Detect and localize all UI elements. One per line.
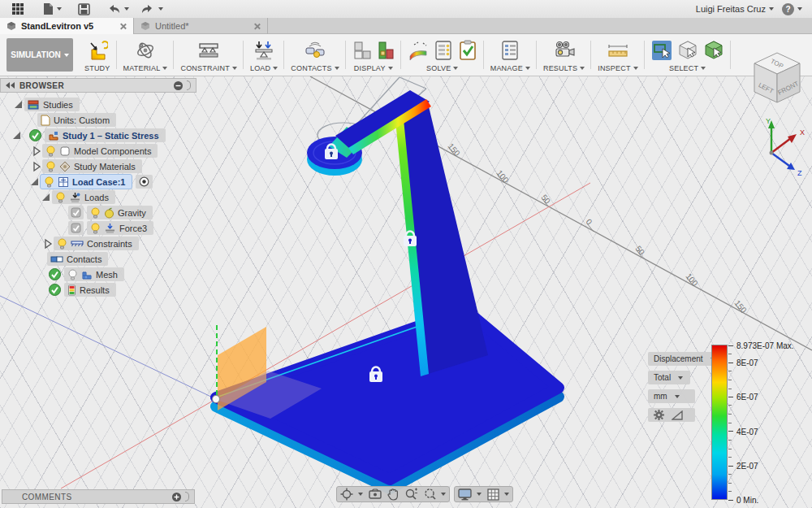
tab-close-icon[interactable]: [119, 23, 127, 30]
tree-item-label[interactable]: Gravity: [118, 208, 146, 218]
orbit-tool[interactable]: [340, 488, 363, 501]
visibility-bulb-icon[interactable]: [55, 192, 66, 203]
help-menu[interactable]: ?: [782, 3, 802, 15]
group-label[interactable]: RESULTS: [543, 64, 577, 72]
expand-comments-icon[interactable]: [171, 492, 182, 502]
view-cube[interactable]: TOP LEFT FRONT: [741, 41, 812, 114]
3d-viewport[interactable]: 150 100 50 0 50 100 150: [0, 76, 812, 508]
help-icon[interactable]: ?: [782, 3, 794, 15]
visibility-bulb-icon[interactable]: [57, 238, 67, 250]
solve-details-icon[interactable]: [458, 40, 477, 61]
select-priority-icon[interactable]: [703, 40, 724, 61]
browser-header[interactable]: BROWSER: [0, 78, 197, 93]
constraint-icon[interactable]: [197, 40, 221, 61]
tree-item-gravity[interactable]: Gravity: [0, 205, 197, 220]
new-study-icon[interactable]: [87, 40, 108, 61]
tree-item-label[interactable]: Results: [80, 285, 110, 295]
zoom-window-tool[interactable]: [423, 488, 446, 501]
tree-item-label[interactable]: Study 1 – Static Stress: [63, 131, 159, 141]
file-menu-icon[interactable]: [42, 2, 62, 15]
origin-point[interactable]: [213, 396, 220, 403]
collapsed-icon[interactable]: [31, 161, 42, 172]
component-dropdown[interactable]: Total: [648, 371, 690, 384]
tree-item-label[interactable]: Load Case:1: [72, 177, 125, 187]
group-label[interactable]: LOAD: [250, 64, 270, 72]
group-label[interactable]: MANAGE: [490, 64, 523, 72]
manage-icon[interactable]: [500, 40, 520, 61]
force-checkbox[interactable]: [68, 221, 84, 235]
tree-item-label[interactable]: Model Components: [74, 146, 151, 156]
collapsed-icon[interactable]: [42, 238, 54, 250]
tree-item-force3[interactable]: Force3: [0, 220, 197, 236]
group-label[interactable]: CONSTRAINT: [180, 64, 230, 72]
tree-item-studies[interactable]: Studies: [0, 97, 197, 112]
group-label[interactable]: SELECT: [669, 64, 698, 72]
collapse-panel-icon[interactable]: [6, 82, 15, 89]
group-label[interactable]: INSPECT: [598, 64, 630, 72]
pan-tool[interactable]: [387, 488, 399, 501]
group-label[interactable]: CONTACTS: [291, 64, 331, 72]
save-icon[interactable]: [78, 3, 90, 15]
gravity-checkbox[interactable]: [68, 206, 84, 219]
look-at-tool[interactable]: [369, 488, 382, 500]
select-window-icon[interactable]: [651, 40, 672, 61]
results-icon[interactable]: [552, 40, 577, 61]
display-dof-icon[interactable]: [377, 40, 395, 61]
group-label[interactable]: SOLVE: [426, 64, 451, 72]
contacts-icon[interactable]: [303, 40, 327, 61]
tree-item-contacts[interactable]: Contacts: [0, 251, 197, 267]
visibility-bulb-icon[interactable]: [44, 176, 54, 188]
zoom-tool[interactable]: [404, 488, 417, 501]
collapsed-icon[interactable]: [31, 145, 42, 157]
group-label[interactable]: DISPLAY: [354, 64, 386, 72]
tree-item-study-materials[interactable]: Study Materials: [0, 158, 197, 174]
tree-item-label[interactable]: Constraints: [87, 239, 132, 249]
tree-item-model-components[interactable]: Model Components: [0, 143, 197, 158]
result-type-dropdown[interactable]: Displacement: [648, 352, 719, 366]
display-settings-tool[interactable]: [458, 488, 482, 501]
tree-item-units[interactable]: Units: Custom: [0, 112, 197, 128]
visibility-bulb-off-icon[interactable]: [67, 269, 78, 280]
tree-item-mesh[interactable]: Mesh: [0, 267, 197, 282]
tab-document-1[interactable]: StandLevitron v5: [0, 18, 134, 34]
legend-settings-icon[interactable]: [654, 410, 664, 420]
expanded-icon[interactable]: [11, 130, 23, 141]
expanded-icon[interactable]: [29, 176, 41, 188]
tree-item-load-case[interactable]: Load Case:1: [0, 174, 197, 189]
tree-item-label[interactable]: Studies: [43, 100, 73, 110]
visibility-bulb-icon[interactable]: [45, 161, 56, 172]
material-icon[interactable]: [135, 40, 156, 61]
solve-icon[interactable]: [434, 40, 453, 61]
active-load-case-radio[interactable]: [136, 175, 153, 189]
unit-dropdown[interactable]: mm: [648, 389, 695, 403]
grid-settings-tool[interactable]: [487, 488, 509, 501]
precheck-icon[interactable]: [408, 40, 429, 61]
tab-document-2[interactable]: Untitled*: [134, 18, 268, 34]
expanded-icon[interactable]: [13, 99, 24, 111]
tree-item-label[interactable]: Units: Custom: [54, 115, 110, 125]
undo-icon[interactable]: [106, 4, 129, 15]
visibility-bulb-icon[interactable]: [90, 207, 101, 219]
tree-item-label[interactable]: Force3: [119, 224, 147, 233]
display-blocks-icon[interactable]: [352, 40, 372, 61]
tree-item-results[interactable]: Results: [0, 282, 197, 297]
tree-item-constraints[interactable]: Constraints: [0, 236, 197, 251]
workspace-switcher[interactable]: SIMULATION: [6, 38, 73, 72]
user-menu[interactable]: Luigi Freitas Cruz: [696, 4, 774, 14]
tree-item-label[interactable]: Mesh: [96, 270, 118, 280]
load-icon[interactable]: [253, 40, 275, 61]
legend-scale-icon[interactable]: [672, 410, 683, 420]
panel-resize-handle[interactable]: [187, 80, 191, 90]
tree-item-label[interactable]: Loads: [84, 193, 109, 202]
app-grid-icon[interactable]: [11, 2, 24, 15]
comments-panel[interactable]: COMMENTS: [2, 489, 195, 504]
select-body-icon[interactable]: [677, 40, 698, 61]
expanded-icon[interactable]: [41, 192, 52, 203]
redo-icon[interactable]: [140, 4, 163, 15]
tree-item-label[interactable]: Study Materials: [74, 162, 136, 172]
group-label[interactable]: MATERIAL: [123, 64, 161, 72]
panel-resize-handle[interactable]: [185, 492, 189, 501]
group-label[interactable]: STUDY: [84, 64, 110, 72]
visibility-bulb-icon[interactable]: [90, 223, 101, 234]
tree-item-loads[interactable]: Loads: [0, 189, 197, 205]
